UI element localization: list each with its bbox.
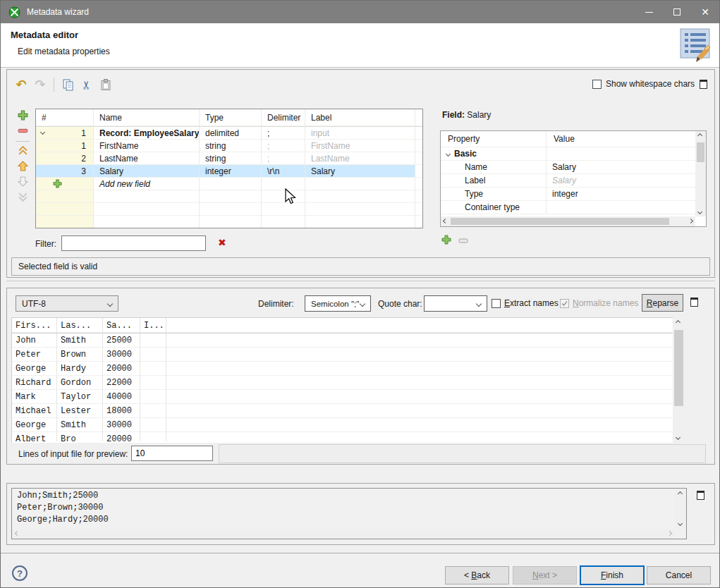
scrollbar-thumb[interactable] [697, 142, 704, 162]
maximize-button[interactable] [663, 1, 691, 23]
normalize-names-checkbox[interactable] [560, 299, 569, 308]
empty-row[interactable] [36, 203, 422, 216]
add-field-row[interactable]: Add new field [36, 178, 422, 190]
record-delimiter-cell[interactable]: ; [262, 127, 305, 140]
property-vertical-scrollbar[interactable] [695, 131, 706, 216]
lines-preview-input[interactable] [131, 446, 213, 461]
col-header-delimiter[interactable]: Delimiter [262, 109, 305, 126]
record-label-cell[interactable]: input [305, 127, 415, 140]
move-bottom-button[interactable] [16, 190, 30, 203]
field-name-cell[interactable]: LastName [94, 152, 200, 165]
property-value-cell[interactable]: integer [547, 188, 695, 201]
scroll-up-icon[interactable] [676, 320, 681, 325]
maximize-view-icon[interactable] [690, 298, 698, 307]
preview-col-header[interactable]: Sa... [103, 318, 140, 333]
scrollbar-thumb[interactable] [674, 330, 683, 406]
titlebar[interactable]: Metadata wizard ✕ [1, 1, 719, 23]
property-value-cell[interactable]: Salary [547, 161, 695, 174]
remove-property-button[interactable] [458, 236, 468, 246]
remove-field-button[interactable] [16, 124, 30, 137]
maximize-view-icon[interactable] [697, 491, 704, 500]
cancel-button[interactable]: Cancel [647, 566, 711, 584]
reparse-button[interactable]: Reparse [642, 294, 683, 312]
back-button[interactable]: < Back [445, 566, 509, 584]
preview-col-header[interactable]: I... [140, 318, 166, 333]
add-field-cell[interactable] [36, 178, 94, 190]
field-label-cell[interactable]: Salary [305, 165, 415, 178]
field-number-cell[interactable]: 1 [36, 140, 94, 152]
property-name-cell[interactable]: Container type [441, 201, 547, 214]
preview-vertical-scrollbar[interactable] [673, 317, 685, 443]
add-field-button[interactable] [16, 109, 30, 121]
paste-button[interactable] [97, 76, 114, 93]
field-row[interactable]: 1FirstNamestring;FirstName [36, 140, 422, 152]
minimize-button[interactable] [635, 1, 663, 23]
next-button[interactable]: Next > [513, 566, 577, 584]
show-whitespace-checkbox[interactable] [592, 80, 602, 89]
close-button[interactable]: ✕ [691, 1, 719, 23]
scroll-down-icon[interactable] [676, 435, 681, 440]
scroll-right-icon[interactable] [667, 531, 672, 536]
field-type-cell[interactable]: integer [200, 165, 262, 178]
property-name-cell[interactable]: Type [441, 188, 547, 201]
filter-input[interactable] [61, 235, 206, 251]
property-value-cell[interactable]: Salary [547, 174, 695, 188]
field-type-cell[interactable]: string [200, 140, 262, 152]
record-number-cell[interactable]: 1 [36, 127, 94, 140]
finish-button[interactable]: Finish [580, 565, 645, 585]
field-delimiter-cell[interactable]: ; [262, 140, 305, 152]
field-delimiter-cell[interactable]: ; [262, 152, 305, 165]
chevron-down-icon[interactable] [40, 130, 45, 135]
record-type-cell[interactable]: delimited [200, 127, 262, 140]
cut-button[interactable]: ✂ [78, 76, 95, 93]
maximize-view-icon[interactable] [700, 80, 707, 89]
property-row[interactable]: NameSalary [441, 161, 695, 174]
undo-button[interactable]: ↶ [13, 76, 30, 93]
property-value-cell[interactable] [547, 201, 695, 214]
property-name-cell[interactable]: Label [441, 174, 547, 188]
property-row[interactable]: LabelSalary [441, 174, 695, 188]
delimiter-select[interactable]: Semicolon ";" [305, 295, 371, 312]
property-row[interactable]: Container type [441, 201, 695, 214]
move-up-button[interactable] [16, 159, 30, 172]
move-top-button[interactable] [16, 144, 30, 157]
record-row[interactable]: 1Record: EmployeeSalarydelimited;input [36, 127, 422, 140]
property-name-cell[interactable]: Name [441, 161, 547, 174]
plus-icon[interactable] [53, 179, 62, 190]
field-name-cell[interactable]: FirstName [94, 140, 200, 152]
field-label-cell[interactable]: LastName [305, 152, 415, 165]
scroll-left-icon[interactable] [15, 531, 20, 536]
scroll-up-icon[interactable] [678, 491, 683, 496]
scroll-right-icon[interactable] [688, 219, 693, 223]
move-down-button[interactable] [16, 175, 30, 188]
add-property-button[interactable] [441, 235, 451, 247]
empty-row[interactable] [36, 216, 422, 228]
empty-row[interactable] [36, 190, 422, 203]
quote-char-select[interactable] [424, 295, 487, 312]
field-label-cell[interactable]: FirstName [305, 140, 415, 152]
scroll-left-icon[interactable] [443, 219, 448, 223]
field-name-cell[interactable]: Salary [94, 165, 200, 178]
scroll-down-icon[interactable] [678, 521, 683, 526]
col-header-num[interactable]: # [36, 109, 94, 126]
field-number-cell[interactable]: 3 [36, 165, 94, 178]
field-row[interactable]: 3Salaryinteger\r\nSalary [36, 165, 422, 178]
property-group-row[interactable]: Basic [441, 147, 695, 161]
raw-text-area[interactable]: John;Smith;25000Peter;Brown;30000George;… [11, 488, 687, 539]
field-row[interactable]: 2LastNamestring;LastName [36, 152, 422, 165]
col-header-label[interactable]: Label [305, 109, 415, 126]
field-delimiter-cell[interactable]: \r\n [262, 165, 305, 178]
add-field-label-cell[interactable]: Add new field [94, 178, 200, 190]
chevron-down-icon[interactable] [446, 151, 451, 156]
field-type-cell[interactable]: string [200, 152, 262, 165]
copy-button[interactable] [59, 76, 76, 93]
help-button[interactable]: ? [12, 565, 28, 581]
raw-vertical-scrollbar[interactable] [675, 489, 686, 529]
col-header-type[interactable]: Type [200, 109, 262, 126]
scroll-down-icon[interactable] [697, 209, 702, 214]
col-header-value[interactable]: Value [547, 131, 695, 147]
property-horizontal-scrollbar[interactable] [441, 216, 695, 226]
preview-col-header[interactable]: Las... [57, 318, 103, 333]
col-header-property[interactable]: Property [441, 131, 547, 147]
splitter[interactable] [6, 281, 715, 286]
